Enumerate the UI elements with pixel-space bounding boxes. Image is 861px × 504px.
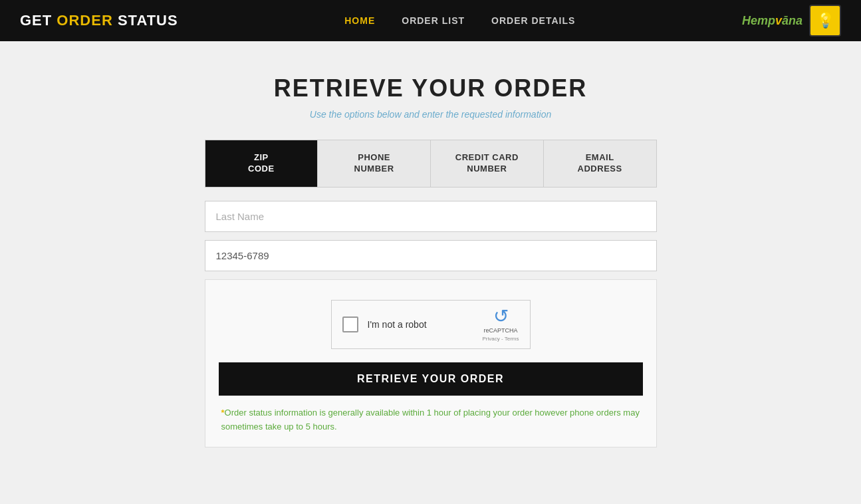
- captcha-checkbox[interactable]: [342, 316, 358, 332]
- disclaimer-body: Order status information is generally av…: [221, 408, 640, 432]
- tab-zip-code[interactable]: ZIPCODE: [205, 140, 318, 187]
- nav-order-details[interactable]: ORDER DETAILS: [491, 15, 575, 26]
- page-title: RETRIEVE YOUR ORDER: [205, 74, 657, 102]
- disclaimer-text: *Order status information is generally a…: [219, 406, 643, 434]
- hempvana-logo: Hempvāna: [742, 14, 802, 28]
- tab-group: ZIPCODE PHONENUMBER CREDIT CARDNUMBER EM…: [205, 140, 657, 188]
- nav-home[interactable]: HOME: [344, 15, 375, 26]
- tab-credit-card[interactable]: CREDIT CARDNUMBER: [431, 140, 544, 187]
- main-content: RETRIEVE YOUR ORDER Use the options belo…: [191, 41, 670, 474]
- bulbhead-logo: 💡: [809, 5, 841, 37]
- last-name-input[interactable]: [205, 201, 657, 232]
- captcha-left: I'm not a robot: [342, 316, 427, 332]
- captcha-right: ↺ reCAPTCHA Privacy - Terms: [483, 307, 519, 342]
- tab-phone-number[interactable]: PHONENUMBER: [318, 140, 431, 187]
- site-title: GET ORDER STATUS: [20, 12, 178, 29]
- captcha-widget[interactable]: I'm not a robot ↺ reCAPTCHA Privacy - Te…: [331, 300, 531, 349]
- main-nav: HOME ORDER LIST ORDER DETAILS: [344, 15, 575, 26]
- title-order: ORDER: [57, 12, 112, 29]
- nav-order-list[interactable]: ORDER LIST: [402, 15, 465, 26]
- zip-input[interactable]: [205, 240, 657, 271]
- recaptcha-links: Privacy - Terms: [483, 336, 519, 342]
- retrieve-order-button[interactable]: RETRIEVE YOUR ORDER: [219, 362, 643, 396]
- title-get: GET: [20, 12, 57, 29]
- tab-email-address[interactable]: EMAILADDRESS: [544, 140, 656, 187]
- page-subtitle: Use the options below and enter the requ…: [205, 109, 657, 120]
- recaptcha-brand: reCAPTCHA: [484, 327, 518, 334]
- header-logos: Hempvāna 💡: [742, 5, 841, 37]
- bulbhead-icon: 💡: [816, 12, 834, 29]
- recaptcha-icon: ↺: [493, 307, 509, 326]
- captcha-label: I'm not a robot: [368, 319, 427, 330]
- title-status: STATUS: [113, 12, 178, 29]
- form-bottom-section: I'm not a robot ↺ reCAPTCHA Privacy - Te…: [205, 279, 657, 448]
- header: GET ORDER STATUS HOME ORDER LIST ORDER D…: [0, 0, 861, 41]
